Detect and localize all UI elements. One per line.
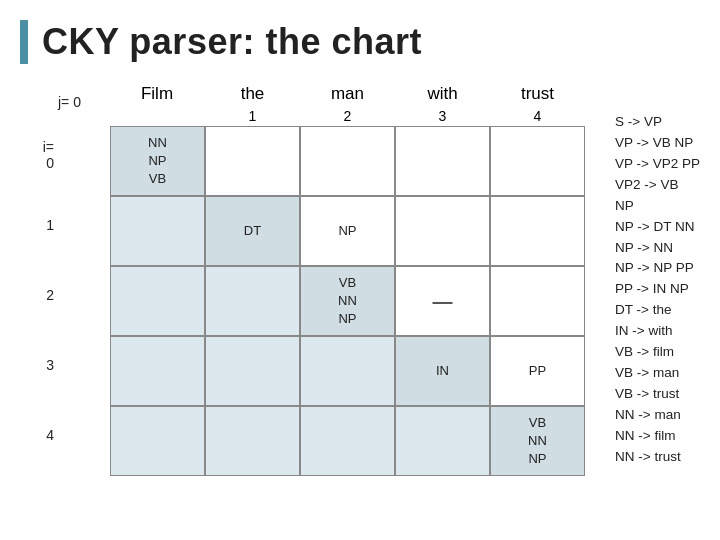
chart-area: j= 0 i=0 1 2 3 — [20, 82, 585, 476]
col-headers-row: Film the man with trust — [110, 84, 585, 108]
i-label-2: 2 — [20, 287, 58, 303]
cell-1-1: DT — [205, 196, 300, 266]
cell-4-3 — [395, 406, 490, 476]
rule-8: PP -> IN NP — [615, 279, 700, 300]
page-title: CKY parser: the chart — [42, 21, 422, 63]
j-num-2: 2 — [300, 108, 395, 126]
rule-2: VP -> VB NP — [615, 133, 700, 154]
rule-4: VP2 -> VB NP — [615, 175, 700, 217]
grid-row-1: DT NP — [110, 196, 585, 266]
row-label-1: 1 — [20, 190, 110, 260]
cell-1-0 — [110, 196, 205, 266]
rule-15: NN -> film — [615, 426, 700, 447]
cell-0-4 — [490, 126, 585, 196]
i-label-0: i=0 — [20, 139, 58, 171]
rule-10: IN -> with — [615, 321, 700, 342]
rule-9: DT -> the — [615, 300, 700, 321]
title-area: CKY parser: the chart — [20, 20, 700, 64]
cell-1-3 — [395, 196, 490, 266]
col-header-with: with — [395, 84, 490, 108]
i-label-3: 3 — [20, 357, 58, 373]
rule-16: NN -> trust — [615, 447, 700, 468]
rule-3: VP -> VP2 PP — [615, 154, 700, 175]
rule-7: NP -> NP PP — [615, 258, 700, 279]
cell-0-0: NNNPVB — [110, 126, 205, 196]
cell-4-4: VBNNNP — [490, 406, 585, 476]
row-label-3: 3 — [20, 330, 110, 400]
rule-12: VB -> man — [615, 363, 700, 384]
j-num-0 — [110, 108, 205, 126]
main-content: j= 0 i=0 1 2 3 — [20, 82, 700, 476]
cell-4-1 — [205, 406, 300, 476]
rule-6: NP -> NN — [615, 238, 700, 259]
grid-row-0: NNNPVB — [110, 126, 585, 196]
accent-bar — [20, 20, 28, 64]
cell-0-3 — [395, 126, 490, 196]
row-label-2: 2 — [20, 260, 110, 330]
cell-2-2: VBNNNP — [300, 266, 395, 336]
rule-11: VB -> film — [615, 342, 700, 363]
i-label-4: 4 — [20, 427, 58, 443]
cell-3-3: IN — [395, 336, 490, 406]
cell-0-2 — [300, 126, 395, 196]
cell-3-0 — [110, 336, 205, 406]
cell-2-4 — [490, 266, 585, 336]
j-num-4: 4 — [490, 108, 585, 126]
cell-2-1 — [205, 266, 300, 336]
row-label-4: 4 — [20, 400, 110, 470]
col-header-the: the — [205, 84, 300, 108]
i-label-1: 1 — [20, 217, 58, 233]
grid-row-2: VBNNNP — — [110, 266, 585, 336]
cell-1-2: NP — [300, 196, 395, 266]
col-header-trust: trust — [490, 84, 585, 108]
j-num-3: 3 — [395, 108, 490, 126]
rule-13: VB -> trust — [615, 384, 700, 405]
page-container: CKY parser: the chart j= 0 — [0, 0, 720, 540]
grid-row-3: IN PP — [110, 336, 585, 406]
cell-3-1 — [205, 336, 300, 406]
j-header: j= 0 — [58, 94, 81, 110]
col-header-film: Film — [110, 84, 205, 108]
rule-1: S -> VP — [615, 112, 700, 133]
cell-4-2 — [300, 406, 395, 476]
cell-3-4: PP — [490, 336, 585, 406]
cell-1-4 — [490, 196, 585, 266]
grammar-rules: S -> VP VP -> VB NP VP -> VP2 PP VP2 -> … — [605, 82, 700, 476]
cell-3-2 — [300, 336, 395, 406]
col-header-man: man — [300, 84, 395, 108]
left-labels: j= 0 i=0 1 2 3 — [20, 84, 110, 470]
cell-0-1 — [205, 126, 300, 196]
rule-14: NN -> man — [615, 405, 700, 426]
j-numbers-row: 1 2 3 4 — [110, 108, 585, 126]
grid-with-headers: Film the man with trust 1 2 3 4 — [110, 84, 585, 476]
cell-4-0 — [110, 406, 205, 476]
cell-2-0 — [110, 266, 205, 336]
j-num-1: 1 — [205, 108, 300, 126]
cell-2-3: — — [395, 266, 490, 336]
row-label-0: i=0 — [20, 120, 110, 190]
grid-row-4: VBNNNP — [110, 406, 585, 476]
rule-5: NP -> DT NN — [615, 217, 700, 238]
